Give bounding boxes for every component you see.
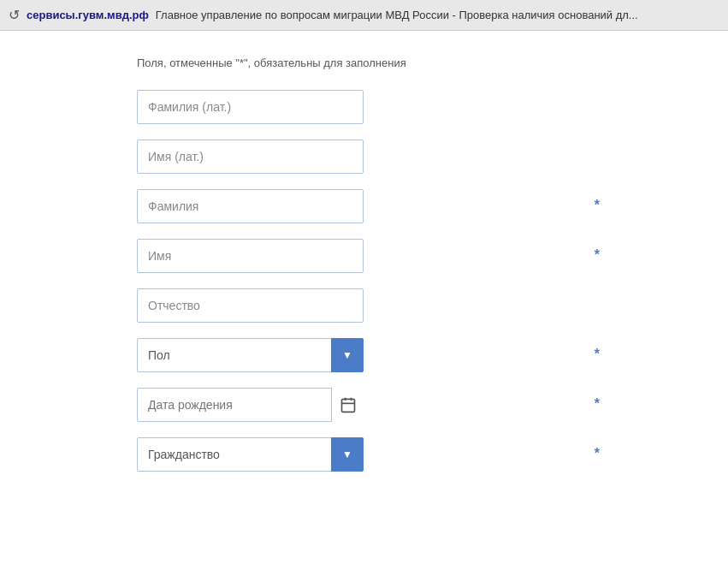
surname-lat-input[interactable] <box>137 90 364 124</box>
surname-group: * <box>137 189 591 223</box>
required-star-name: * <box>595 247 600 263</box>
gender-group: Пол Мужской Женский * <box>137 338 591 372</box>
surname-input[interactable] <box>137 189 364 223</box>
required-star-citizenship: * <box>595 446 600 461</box>
page-content: Поля, отмеченные "*", обязательны для за… <box>0 31 728 576</box>
citizenship-select[interactable]: Гражданство <box>137 437 364 472</box>
surname-lat-group <box>137 90 591 124</box>
required-star-surname: * <box>595 198 600 213</box>
required-star-gender: * <box>595 347 600 362</box>
browser-title: Главное управление по вопросам миграции … <box>156 9 638 21</box>
gender-select[interactable]: Пол Мужской Женский <box>137 338 364 372</box>
name-group: * <box>137 239 591 273</box>
dob-wrapper <box>137 388 364 422</box>
name-lat-input[interactable] <box>137 140 364 174</box>
citizenship-group: Гражданство * <box>137 437 591 472</box>
required-star-dob: * <box>595 396 600 412</box>
name-lat-group <box>137 140 591 174</box>
patronymic-input[interactable] <box>137 288 364 323</box>
browser-bar: ↺ сервисы.гувм.мвд.рф Главное управление… <box>0 0 728 31</box>
browser-url: сервисы.гувм.мвд.рф <box>27 9 149 21</box>
citizenship-wrapper: Гражданство <box>137 437 364 472</box>
required-note: Поля, отмеченные "*", обязательны для за… <box>137 56 591 69</box>
dob-group: * <box>137 388 591 422</box>
dob-input[interactable] <box>137 388 364 422</box>
patronymic-group <box>137 288 591 323</box>
gender-select-wrapper: Пол Мужской Женский <box>137 338 364 372</box>
name-input[interactable] <box>137 239 364 273</box>
reload-button[interactable]: ↺ <box>9 7 20 23</box>
